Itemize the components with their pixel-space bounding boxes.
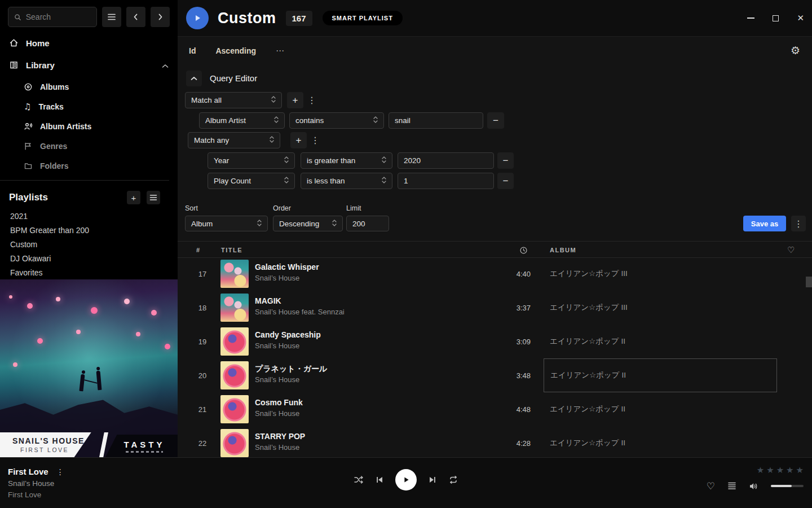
queue-button[interactable] bbox=[727, 482, 736, 490]
rule-operator-select[interactable]: is less than bbox=[301, 173, 392, 189]
track-album[interactable]: エイリアン☆ポップ III bbox=[544, 291, 777, 325]
next-button[interactable] bbox=[428, 476, 437, 484]
table-row[interactable]: 20 プラネット・ガール Snail’s House 3:48 エイリアン☆ポッ… bbox=[178, 358, 812, 392]
star-icon[interactable]: ★ bbox=[796, 465, 804, 475]
select-value: Album Artist bbox=[205, 116, 246, 125]
page-title: Custom bbox=[218, 10, 276, 27]
star-icon[interactable]: ★ bbox=[757, 465, 764, 475]
playlist-label: 2021 bbox=[10, 212, 28, 221]
menu-button[interactable] bbox=[102, 7, 121, 27]
star-icon[interactable]: ★ bbox=[776, 465, 784, 475]
play-playlist-button[interactable] bbox=[186, 7, 209, 29]
rule-value-input[interactable] bbox=[398, 152, 494, 169]
scrollbar-thumb[interactable] bbox=[806, 277, 812, 287]
more-options-button[interactable]: ⋯ bbox=[276, 46, 285, 56]
search-box[interactable] bbox=[8, 7, 97, 27]
track-album[interactable]: エイリアン☆ポップ II bbox=[544, 325, 777, 358]
track-album[interactable]: エイリアン☆ポップ III bbox=[544, 258, 777, 291]
track-album[interactable]: エイリアン☆ポップ II bbox=[544, 426, 777, 457]
limit-label: Limit bbox=[346, 204, 361, 212]
playlist-item[interactable]: Favorites bbox=[0, 266, 178, 279]
rule-field-select[interactable]: Play Count bbox=[208, 173, 295, 189]
window-close-button[interactable]: ✕ bbox=[797, 14, 804, 23]
star-icon[interactable]: ★ bbox=[786, 465, 793, 475]
sidebar-item-album-artists[interactable]: Album Artists bbox=[0, 119, 178, 134]
star-icon[interactable]: ★ bbox=[766, 465, 774, 475]
add-rule-button-2[interactable]: + bbox=[290, 132, 307, 148]
sort-field-button[interactable]: Id bbox=[189, 46, 196, 55]
sidebar-item-genres[interactable]: Genres bbox=[0, 139, 178, 154]
cover-label-banner: TASTY bbox=[105, 435, 178, 457]
select-chevrons-icon bbox=[284, 156, 289, 165]
rule-field-select[interactable]: Album Artist bbox=[199, 112, 285, 129]
match-type-select-1[interactable]: Match all bbox=[185, 92, 282, 108]
table-row[interactable]: 17 Galactic Whisper Snail’s House 4:40 エ… bbox=[178, 258, 812, 291]
group-options-button-1[interactable]: ⋮ bbox=[307, 92, 317, 108]
volume-button[interactable] bbox=[749, 482, 758, 491]
settings-gear-button[interactable]: ⚙ bbox=[791, 44, 800, 57]
add-rule-button-1[interactable]: + bbox=[287, 92, 303, 108]
table-row[interactable]: 21 Cosmo Funk Snail’s House 4:48 エイリアン☆ポ… bbox=[178, 392, 812, 426]
shuffle-button[interactable] bbox=[354, 475, 364, 484]
select-chevrons-icon bbox=[284, 176, 289, 186]
sort-select[interactable]: Album bbox=[185, 216, 268, 231]
sidebar-item-folders[interactable]: Folders bbox=[0, 159, 178, 173]
sort-direction-button[interactable]: Ascending bbox=[215, 46, 256, 55]
favorite-button[interactable]: ♡ bbox=[707, 480, 715, 492]
query-editor-collapse-button[interactable] bbox=[186, 71, 202, 86]
window-maximize-button[interactable] bbox=[773, 14, 779, 23]
rule-operator-select[interactable]: contains bbox=[289, 112, 384, 129]
search-input[interactable] bbox=[26, 12, 91, 21]
repeat-button[interactable] bbox=[448, 475, 458, 484]
playlist-item[interactable]: BPM Greater than 200 bbox=[0, 224, 178, 237]
track-art bbox=[220, 294, 249, 322]
volume-slider[interactable] bbox=[771, 485, 804, 487]
table-row[interactable]: 22 STARRY POP Snail’s House 4:28 エイリアン☆ポ… bbox=[178, 426, 812, 457]
close-icon: ✕ bbox=[797, 13, 804, 23]
sidebar-divider bbox=[0, 180, 169, 181]
rule-value-input[interactable] bbox=[389, 112, 483, 129]
column-title[interactable]: TITLE bbox=[221, 242, 242, 259]
remove-rule-button[interactable]: − bbox=[497, 173, 514, 189]
playlist-item[interactable]: Custom bbox=[0, 238, 178, 251]
group-options-button-2[interactable]: ⋮ bbox=[310, 132, 320, 148]
playlist-item[interactable]: DJ Okawari bbox=[0, 252, 178, 265]
now-playing-options-button[interactable]: ⋮ bbox=[56, 467, 64, 476]
sidebar-item-library[interactable]: Library bbox=[0, 57, 178, 73]
play-pause-button[interactable] bbox=[395, 469, 417, 491]
column-index[interactable]: # bbox=[196, 242, 201, 259]
rule-field-select[interactable]: Year bbox=[208, 152, 295, 169]
track-album-focused-cell[interactable]: エイリアン☆ポップ II bbox=[544, 358, 777, 392]
music-note-icon: ♫ bbox=[24, 102, 31, 112]
order-label: Order bbox=[273, 204, 291, 212]
sidebar-item-albums[interactable]: Albums bbox=[0, 80, 178, 94]
save-as-button[interactable]: Save as bbox=[743, 216, 786, 231]
remove-rule-button[interactable]: − bbox=[487, 112, 504, 129]
remove-rule-button[interactable]: − bbox=[497, 152, 514, 169]
column-album[interactable]: ALBUM bbox=[550, 242, 576, 259]
table-row[interactable]: 18 MAGIK Snail’s House feat. Sennzai 3:3… bbox=[178, 291, 812, 325]
nav-forward-button[interactable] bbox=[151, 7, 170, 27]
column-favorite[interactable]: ♡ bbox=[787, 242, 796, 259]
match-type-select-2[interactable]: Match any bbox=[188, 132, 280, 148]
column-duration[interactable] bbox=[519, 242, 528, 259]
rule-value-input[interactable] bbox=[398, 173, 494, 189]
order-select[interactable]: Descending bbox=[273, 216, 343, 231]
rule-operator-select[interactable]: is greater than bbox=[301, 152, 392, 169]
track-duration: 4:48 bbox=[491, 392, 531, 426]
manage-playlists-button[interactable] bbox=[147, 191, 160, 204]
track-album[interactable]: エイリアン☆ポップ II bbox=[544, 392, 777, 426]
nav-back-button[interactable] bbox=[126, 7, 145, 27]
track-duration: 3:09 bbox=[491, 325, 531, 358]
previous-button[interactable] bbox=[375, 476, 384, 484]
collapse-chevron-icon[interactable] bbox=[162, 60, 169, 70]
sidebar-item-tracks[interactable]: ♫ Tracks bbox=[0, 99, 178, 114]
playlist-item[interactable]: 2021 bbox=[0, 209, 178, 222]
add-playlist-button[interactable]: + bbox=[127, 191, 140, 204]
select-value: is greater than bbox=[307, 156, 355, 165]
window-minimize-button[interactable] bbox=[747, 14, 754, 23]
save-options-button[interactable]: ⋮ bbox=[791, 216, 806, 231]
table-row[interactable]: 19 Candy Spaceship Snail’s House 3:09 エイ… bbox=[178, 325, 812, 358]
limit-input[interactable] bbox=[346, 216, 389, 231]
sidebar-item-home[interactable]: Home bbox=[0, 35, 178, 51]
